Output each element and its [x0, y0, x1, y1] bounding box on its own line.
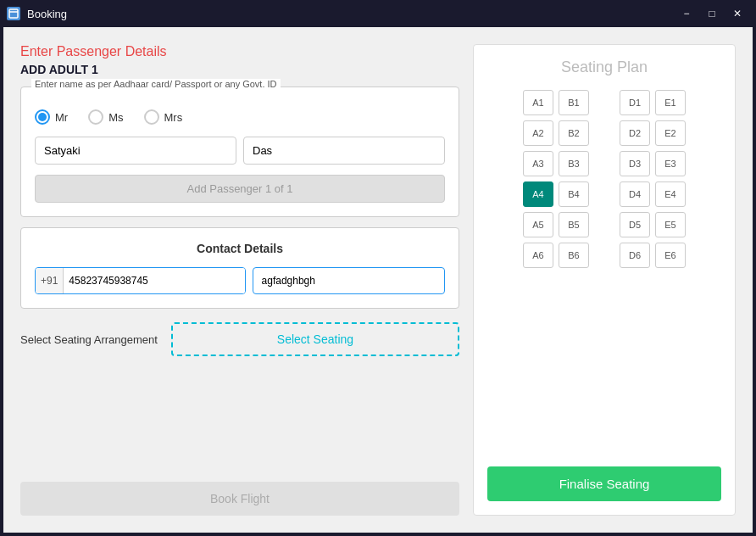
main-window: Enter Passenger Details ADD ADULT 1 Ente… [3, 27, 753, 533]
seat-a4[interactable]: A4 [523, 181, 553, 207]
seat-row: A6B6D6E6 [523, 243, 686, 268]
seat-b1[interactable]: B1 [559, 90, 589, 115]
seat-e6[interactable]: E6 [655, 243, 686, 268]
seat-e4[interactable]: E4 [655, 181, 686, 207]
radio-mr-label: Mr [55, 111, 68, 124]
book-flight-button: Book Flight [20, 482, 459, 516]
radio-ms[interactable]: Ms [88, 109, 123, 125]
close-button[interactable]: ✕ [725, 5, 749, 22]
section-title: Enter Passenger Details [20, 44, 459, 59]
seat-d3[interactable]: D3 [620, 151, 650, 176]
seat-d4[interactable]: D4 [620, 181, 650, 207]
seat-a2[interactable]: A2 [523, 120, 553, 146]
seat-row: A5B5D5E5 [523, 212, 686, 237]
form-legend: Enter name as per Aadhaar card/ Passport… [31, 79, 281, 89]
seat-a3[interactable]: A3 [523, 151, 553, 176]
email-input[interactable] [253, 267, 445, 294]
maximize-button[interactable]: □ [700, 5, 724, 22]
seat-e2[interactable]: E2 [655, 120, 686, 146]
seating-plan-title: Seating Plan [487, 59, 721, 76]
svg-rect-0 [9, 9, 18, 18]
radio-mrs-label: Mrs [164, 111, 183, 124]
minimize-button[interactable]: − [675, 5, 698, 22]
seat-b5[interactable]: B5 [559, 212, 589, 237]
seat-b3[interactable]: B3 [559, 151, 589, 176]
radio-mr-circle [35, 109, 50, 125]
phone-input[interactable] [64, 268, 244, 293]
seat-e3[interactable]: E3 [655, 151, 686, 176]
seat-a5[interactable]: A5 [523, 212, 553, 237]
first-name-input[interactable] [35, 137, 236, 165]
contact-title: Contact Details [35, 242, 445, 255]
seat-a1[interactable]: A1 [523, 90, 553, 115]
seat-row: A4B4D4E4 [523, 181, 686, 207]
left-panel: Enter Passenger Details ADD ADULT 1 Ente… [20, 44, 459, 516]
seat-b4[interactable]: B4 [559, 181, 589, 207]
right-panel: Seating Plan A1B1D1E1A2B2D2E2A3B3D3E3A4B… [473, 44, 736, 516]
seat-row: A1B1D1E1 [523, 90, 686, 115]
add-passenger-button: Add Passenger 1 of 1 [35, 175, 445, 203]
window-controls: − □ ✕ [675, 5, 749, 22]
contact-section: Contact Details +91 [20, 227, 459, 309]
seat-b6[interactable]: B6 [559, 243, 589, 268]
seating-arrangement-label: Select Seating Arrangement [20, 333, 158, 346]
radio-ms-circle [88, 109, 103, 125]
seat-a6[interactable]: A6 [523, 243, 553, 268]
seat-grid: A1B1D1E1A2B2D2E2A3B3D3E3A4B4D4E4A5B5D5E5… [487, 90, 721, 453]
name-fields [35, 137, 445, 165]
seat-e1[interactable]: E1 [655, 90, 686, 115]
radio-ms-label: Ms [108, 111, 123, 124]
seat-d6[interactable]: D6 [620, 243, 650, 268]
seat-d5[interactable]: D5 [620, 212, 650, 237]
window-title: Booking [27, 8, 675, 20]
radio-mrs[interactable]: Mrs [144, 109, 183, 125]
seat-row: A2B2D2E2 [523, 120, 686, 146]
app-icon [7, 7, 20, 20]
section-subtitle: ADD ADULT 1 [20, 63, 459, 76]
last-name-input[interactable] [243, 137, 445, 165]
phone-wrapper: +91 [35, 267, 246, 294]
passenger-form: Enter name as per Aadhaar card/ Passport… [20, 87, 459, 217]
radio-mrs-circle [144, 109, 159, 125]
finalise-seating-button[interactable]: Finalise Seating [487, 466, 721, 501]
seat-b2[interactable]: B2 [559, 120, 589, 146]
contact-fields: +91 [35, 267, 445, 294]
seat-d2[interactable]: D2 [620, 120, 650, 146]
passenger-header: Enter Passenger Details ADD ADULT 1 [20, 44, 459, 76]
seating-arrangement-row: Select Seating Arrangement Select Seatin… [20, 322, 459, 356]
titlebar: Booking − □ ✕ [0, 0, 756, 27]
select-seating-button[interactable]: Select Seating [171, 322, 459, 356]
seat-e5[interactable]: E5 [655, 212, 686, 237]
seat-d1[interactable]: D1 [620, 90, 650, 115]
country-code: +91 [36, 268, 64, 293]
radio-mr[interactable]: Mr [35, 109, 68, 125]
seat-row: A3B3D3E3 [523, 151, 686, 176]
title-radio-group: Mr Ms Mrs [35, 109, 445, 125]
